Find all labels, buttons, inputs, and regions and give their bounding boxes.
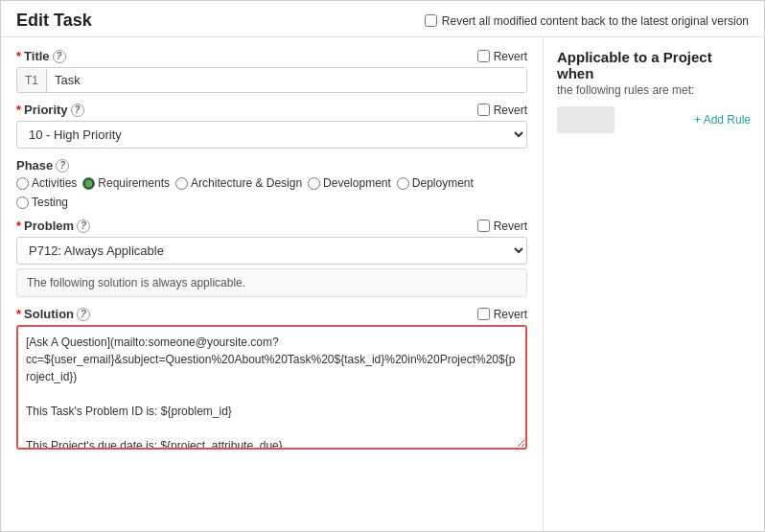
phase-label-testing: Testing [32, 196, 68, 209]
problem-help-icon[interactable]: ? [77, 220, 90, 233]
title-required-star: * [16, 49, 21, 63]
revert-all-area: Revert all modified content back to the … [425, 14, 749, 28]
priority-revert-area: Revert [477, 104, 527, 117]
priority-revert-checkbox[interactable] [477, 104, 490, 116]
problem-select[interactable]: P712: Always Applicable [16, 237, 527, 265]
right-panel: Applicable to a Project when the followi… [544, 37, 764, 531]
phase-option: Testing [16, 196, 68, 209]
phase-radio-development[interactable] [308, 177, 320, 190]
title-field-row: * Title ? Revert T1 [16, 49, 527, 93]
problem-required-star: * [16, 219, 21, 233]
solution-revert-checkbox[interactable] [477, 308, 490, 320]
priority-field-header: * Priority ? Revert [16, 103, 527, 117]
phase-radio-activities[interactable] [16, 177, 29, 190]
phase-radio-testing[interactable] [16, 197, 29, 209]
solution-field-row: * Solution ? Revert [16, 307, 527, 452]
solution-textarea[interactable] [16, 325, 527, 450]
title-help-icon[interactable]: ? [53, 50, 66, 63]
revert-all-checkbox[interactable] [425, 14, 437, 27]
revert-all-label: Revert all modified content back to the … [442, 14, 749, 28]
priority-help-icon[interactable]: ? [71, 104, 84, 117]
phase-options: ActivitiesRequirementsArchitecture & Des… [16, 176, 527, 209]
phase-label-development: Development [323, 176, 391, 190]
problem-revert-label: Revert [494, 220, 527, 233]
phase-option: Activities [16, 176, 77, 190]
problem-info-text: The following solution is always applica… [27, 276, 245, 289]
add-rule-button[interactable]: + Add Rule [694, 113, 751, 127]
title-prefix: T1 [17, 69, 47, 92]
problem-revert-checkbox[interactable] [477, 220, 490, 232]
solution-label: * Solution ? [16, 307, 90, 321]
problem-label: * Problem ? [16, 219, 90, 233]
priority-required-star: * [16, 103, 21, 117]
phase-label-architecture-&-design: Architecture & Design [191, 176, 302, 190]
problem-revert-area: Revert [477, 220, 527, 233]
title-field-header: * Title ? Revert [16, 49, 527, 63]
applicable-subtitle: the following rules are met: [557, 83, 751, 97]
phase-label: Phase ? [16, 158, 527, 173]
phase-field-row: Phase ? ActivitiesRequirementsArchitectu… [16, 158, 527, 209]
title-revert-area: Revert [477, 50, 527, 63]
title-input[interactable] [47, 68, 526, 92]
rule-area: + Add Rule [557, 106, 751, 133]
solution-revert-label: Revert [494, 308, 527, 321]
phase-option: Development [308, 176, 391, 190]
left-panel: * Title ? Revert T1 [1, 37, 544, 531]
title-input-wrapper: T1 [16, 67, 527, 93]
phase-option: Requirements [82, 176, 170, 190]
title-revert-label: Revert [494, 50, 527, 63]
applicable-title: Applicable to a Project when [557, 49, 751, 81]
phase-help-icon[interactable]: ? [56, 159, 69, 173]
phase-label-requirements: Requirements [98, 176, 170, 190]
phase-radio-architecture-&-design[interactable] [175, 177, 188, 190]
phase-option: Architecture & Design [175, 176, 302, 190]
solution-field-header: * Solution ? Revert [16, 307, 527, 321]
solution-help-icon[interactable]: ? [77, 308, 90, 321]
rule-empty-box [557, 106, 614, 133]
title-revert-checkbox[interactable] [477, 50, 490, 62]
priority-label: * Priority ? [16, 103, 84, 117]
page-title: Edit Task [16, 11, 92, 31]
problem-info-box: The following solution is always applica… [16, 268, 527, 297]
priority-field-row: * Priority ? Revert 10 - High Priority20… [16, 103, 527, 149]
title-label: * Title ? [16, 49, 66, 63]
priority-revert-label: Revert [494, 104, 527, 117]
problem-field-header: * Problem ? Revert [16, 219, 527, 233]
priority-select[interactable]: 10 - High Priority20 - Medium Priority30… [16, 121, 527, 149]
phase-radio-deployment[interactable] [397, 177, 409, 190]
phase-option: Deployment [397, 176, 474, 190]
phase-label-activities: Activities [32, 176, 77, 190]
solution-revert-area: Revert [477, 308, 527, 321]
problem-field-row: * Problem ? Revert P712: Always Applicab… [16, 219, 527, 297]
solution-required-star: * [16, 307, 21, 321]
phase-radio-requirements[interactable] [82, 177, 95, 190]
phase-label-deployment: Deployment [412, 176, 474, 190]
